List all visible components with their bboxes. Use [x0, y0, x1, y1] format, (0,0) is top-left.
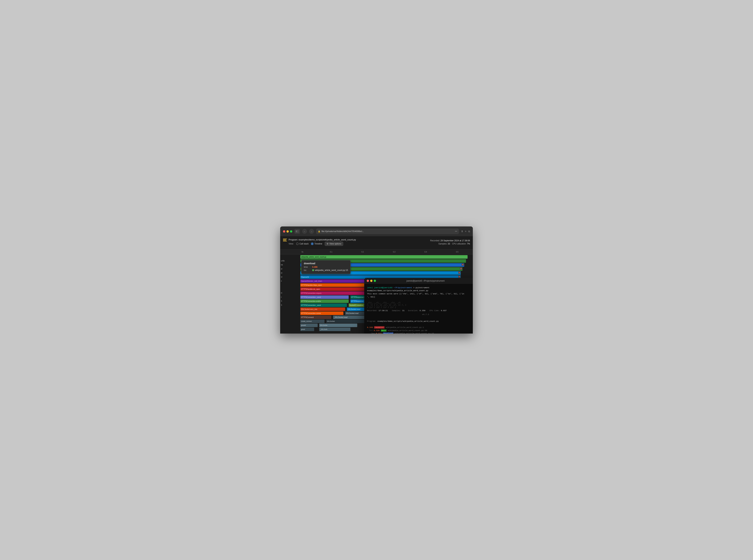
flame-bar-17a[interactable]: getadd — [300, 324, 318, 327]
terminal-program-line: Program: examples/demo_scripts/wikipedia… — [367, 320, 473, 323]
terminal-version: v4.7.3 — [367, 313, 473, 316]
tooltip-loc-label: loc — [304, 269, 311, 272]
menu-line-1 — [283, 239, 287, 239]
svg-rect-3 — [297, 232, 298, 233]
stats-info: Samples: 33 CPU utilization: 7% — [430, 243, 470, 245]
flame-bar-0[interactable]: wikipedia_article_word_count.py — [300, 255, 467, 259]
close-button[interactable] — [283, 230, 285, 233]
flame-label-2: htt — [280, 263, 300, 267]
hidden-badge-4: H — [458, 272, 461, 274]
tooltip: download time 0.466 loc wikipedia_articl… — [301, 260, 351, 274]
flame-label-11: S — [280, 299, 300, 303]
flame-label-8 — [280, 287, 300, 291]
flame-label-5: er — [280, 275, 300, 279]
terminal-maximize[interactable] — [374, 280, 376, 282]
flame-label-13 — [280, 307, 300, 311]
terminal-body: (env) joerick@joerick5 ~/P/pyinstrument … — [364, 284, 473, 334]
maximize-button[interactable] — [290, 230, 292, 233]
terminal-tree: 0.349 <module> wikipedia_article_word_co… — [367, 326, 473, 334]
svg-rect-2 — [297, 231, 298, 232]
flame-bar-14a[interactable]: HTTPSConnection.conne — [300, 312, 343, 315]
hidden-badge-2: H — [462, 263, 464, 266]
back-button[interactable]: ‹ — [302, 229, 307, 234]
browser-window: ‹ › 🔒 file:///private/var/folders/ld/k24… — [280, 226, 473, 334]
ruler-0.4: 0.4 — [424, 249, 427, 253]
terminal-output-line2: ', 50)] — [367, 296, 473, 299]
flame-label-14 — [280, 312, 300, 315]
flame-bar-11a[interactable]: HTTPSConnection.endhe — [300, 299, 349, 303]
view-controls: View: Call stack Timeline ⚙ View options — [289, 242, 356, 246]
flame-bar-18a[interactable]: getad — [300, 327, 314, 331]
ruler-0.1: 0.1 — [329, 249, 332, 253]
terminal-prompt-line: (env) joerick@joerick5 ~/P/pyinstrument … — [367, 286, 473, 293]
flame-bar-18b[interactable]: _SSLSock — [319, 327, 350, 331]
flame-label-0 — [280, 255, 300, 259]
flame-label-15 — [280, 316, 300, 319]
ruler-0s: 0s — [301, 249, 304, 253]
recorded-info: Recorded: 29 September 2024 at 17:38:06 — [430, 239, 470, 242]
lock-icon: 🔒 — [318, 230, 321, 233]
app-header: Program: examples/demo_scripts/wikipedia… — [280, 236, 473, 249]
flame-bar-17b[interactable]: SSLSocke — [319, 324, 357, 327]
loc-indicator — [312, 269, 314, 271]
tree-row-2: └── 0.327 download wikipedia_article_wor… — [367, 332, 473, 334]
timeline-label: Timeline — [314, 243, 322, 245]
copy-icon[interactable]: ⧉ — [468, 230, 470, 233]
flame-bar-12a[interactable]: HTTPSConnection._send — [300, 303, 347, 307]
terminal-close[interactable] — [367, 280, 369, 282]
menu-icon[interactable] — [283, 239, 287, 241]
flame-bar-15a[interactable]: HTTPSConnecti — [300, 316, 331, 319]
browser-titlebar: ‹ › 🔒 file:///private/var/folders/ld/k24… — [280, 226, 473, 236]
tooltip-loc-row: loc wikipedia_article_word_count.py:15 — [304, 269, 348, 272]
program-title: Program: examples/demo_scripts/wikipedia… — [289, 238, 356, 241]
view-options-button[interactable]: ⚙ View options — [325, 242, 343, 246]
call-stack-radio[interactable]: Call stack — [296, 243, 309, 245]
share-icon[interactable]: ⬆ — [461, 230, 463, 233]
terminal-output-line1: This most common words were [('the', 142… — [367, 293, 473, 296]
sidebar-toggle-button[interactable] — [294, 229, 300, 234]
terminal-titlebar: joerick@joerick5:~/Projects/pyinstrument — [364, 278, 473, 284]
app-info: Program: examples/demo_scripts/wikipedia… — [289, 238, 356, 246]
tooltip-time-label: time — [304, 266, 311, 268]
forward-button[interactable]: › — [309, 229, 314, 234]
timeline-radio[interactable]: Timeline — [311, 243, 322, 245]
flame-label-12: S — [280, 303, 300, 307]
address-bar[interactable]: 🔒 file:///private/var/folders/ld/k24nt70… — [316, 228, 459, 234]
new-tab-icon[interactable]: + — [465, 230, 466, 233]
flame-label-3: er — [280, 267, 300, 271]
flame-label-17 — [280, 324, 300, 327]
flame-label-7 — [280, 283, 300, 287]
flame-bar-13a[interactable]: SSLSocket.recv_into — [300, 307, 345, 311]
call-stack-radio-circle — [296, 243, 298, 245]
address-text: file:///private/var/folders/ld/k24nt7054… — [322, 230, 454, 233]
flame-label-16 — [280, 320, 300, 323]
tooltip-time-value: 0.466 — [312, 266, 317, 268]
tooltip-title: download — [304, 262, 348, 265]
flame-bar-10a[interactable]: HTTPSConnection._send — [300, 295, 349, 299]
flame-bar-16a[interactable]: create_connect — [300, 320, 325, 323]
tree-row-1: └── 0.329 main wikipedia_article_word_co… — [367, 329, 473, 332]
app-right: Recorded: 29 September 2024 at 17:38:06 … — [430, 239, 470, 245]
timeline-area: 0s 0.1 0.2 0.3 0.4 0.5 wikipedia_article… — [280, 249, 473, 334]
flame-label-6: e — [280, 279, 300, 283]
terminal-traffic-lights — [367, 280, 376, 282]
tooltip-time-row: time 0.466 — [304, 266, 348, 268]
view-label: View: — [289, 243, 294, 245]
svg-rect-1 — [297, 230, 298, 231]
terminal-stats: Recorded: 17:30:21 Samples: 31 Duration:… — [367, 309, 473, 313]
menu-line-2 — [283, 240, 286, 240]
flame-label-10: c — [280, 295, 300, 299]
call-stack-label: Call stack — [300, 243, 309, 245]
flame-label-18 — [280, 327, 300, 332]
terminal-window: joerick@joerick5:~/Projects/pyinstrument… — [364, 278, 473, 334]
svg-rect-0 — [296, 230, 297, 233]
more-button[interactable]: ••• — [455, 230, 457, 233]
minimize-button[interactable] — [287, 230, 289, 233]
terminal-minimize[interactable] — [370, 280, 372, 282]
timeline-ruler: 0s 0.1 0.2 0.3 0.4 0.5 — [280, 249, 473, 255]
menu-line-3 — [283, 241, 287, 241]
flame-label-4: er — [280, 271, 300, 275]
browser-traffic-lights — [283, 230, 292, 233]
browser-actions: ⬆ + ⧉ — [461, 230, 470, 233]
hidden-badge-3: H — [460, 267, 462, 270]
